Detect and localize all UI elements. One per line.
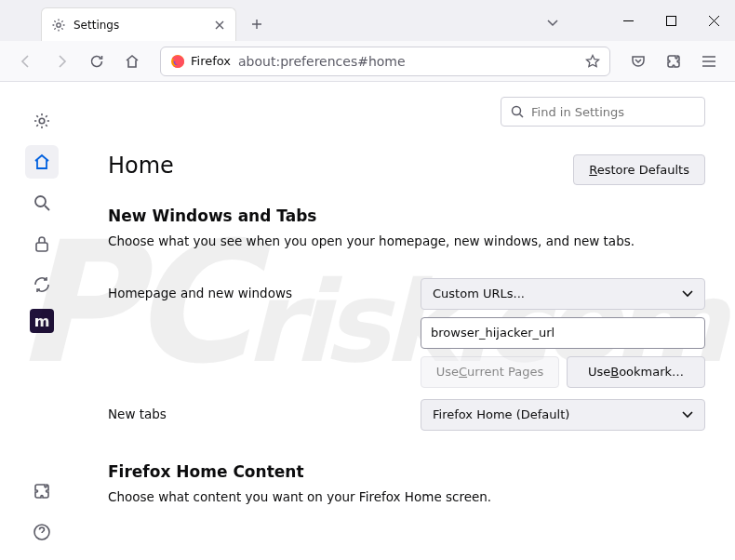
svg-rect-7 [36,243,47,251]
url-text: about:preferences#home [238,54,585,69]
sidebar-search[interactable] [25,186,59,220]
site-identity-label: Firefox [191,54,231,68]
sidebar-home[interactable] [25,145,59,179]
site-identity[interactable]: Firefox [170,54,231,69]
svg-point-9 [513,107,521,115]
svg-rect-1 [623,20,634,21]
new-tab-button[interactable] [244,11,270,37]
svg-point-6 [35,196,46,207]
homepage-select-value: Custom URLs... [433,287,525,300]
use-current-pages-button[interactable]: Use Current Pages [421,356,559,388]
tab-label: Settings [74,19,213,32]
homepage-url-input[interactable] [421,317,705,349]
chevron-down-icon [682,411,693,419]
section-title-home-content: Firefox Home Content [108,462,705,481]
forward-button[interactable] [47,47,76,76]
titlebar: Settings [0,0,735,41]
row-newtabs: New tabs Firefox Home (Default) [108,399,705,431]
svg-point-5 [39,118,45,124]
minimize-button[interactable] [607,0,649,41]
homepage-mode-select[interactable]: Custom URLs... [421,278,705,310]
sidebar-general[interactable] [25,104,59,138]
extensions-button[interactable] [659,47,688,76]
close-icon[interactable] [213,19,226,32]
section-title-windows-tabs: New Windows and Tabs [108,207,705,225]
search-icon [511,105,524,118]
window-controls [607,0,735,41]
section-desc-windows-tabs: Choose what you see when you open your h… [108,233,705,250]
sidebar-extensions[interactable] [25,474,59,508]
newtabs-select-value: Firefox Home (Default) [433,407,569,421]
app-menu-button[interactable] [694,47,724,76]
sidebar-help[interactable] [25,515,59,549]
gear-icon [51,18,66,33]
use-bookmark-button[interactable]: Use Bookmark… [567,356,705,388]
nav-toolbar: Firefox about:preferences#home [0,41,735,82]
newtabs-label: New tabs [108,399,421,421]
firefox-icon [170,54,185,69]
pocket-button[interactable] [623,47,653,76]
chevron-down-icon [682,290,693,298]
browser-tab[interactable]: Settings [41,7,236,41]
sidebar-more-mozilla[interactable]: m [30,309,54,333]
newtabs-select[interactable]: Firefox Home (Default) [421,399,705,431]
tabs-dropdown-icon[interactable] [547,13,558,31]
reload-button[interactable] [82,47,112,76]
row-homepage: Homepage and new windows Custom URLs... … [108,278,705,388]
section-desc-home-content: Choose what content you want on your Fir… [108,488,705,506]
url-bar[interactable]: Firefox about:preferences#home [160,47,610,76]
main-panel: Home Restore Defaults New Windows and Ta… [84,82,735,560]
back-button[interactable] [11,47,41,76]
content-area: PCrisk.com m Home Restore Defaults New W… [0,82,735,560]
settings-search-input[interactable] [531,105,695,119]
maximize-button[interactable] [649,0,692,41]
restore-defaults-button[interactable]: Restore Defaults [573,154,705,185]
close-button[interactable] [692,0,735,41]
sidebar-privacy[interactable] [25,227,59,260]
sidebar-bottom [0,474,84,549]
svg-point-0 [57,22,60,26]
bookmark-star-icon[interactable] [585,54,600,69]
settings-search[interactable] [501,97,705,127]
restore-label-rest: estore Defaults [597,163,689,177]
svg-rect-2 [666,16,675,25]
home-button[interactable] [117,47,147,76]
sidebar-sync[interactable] [25,268,59,301]
homepage-label: Homepage and new windows [108,278,421,300]
